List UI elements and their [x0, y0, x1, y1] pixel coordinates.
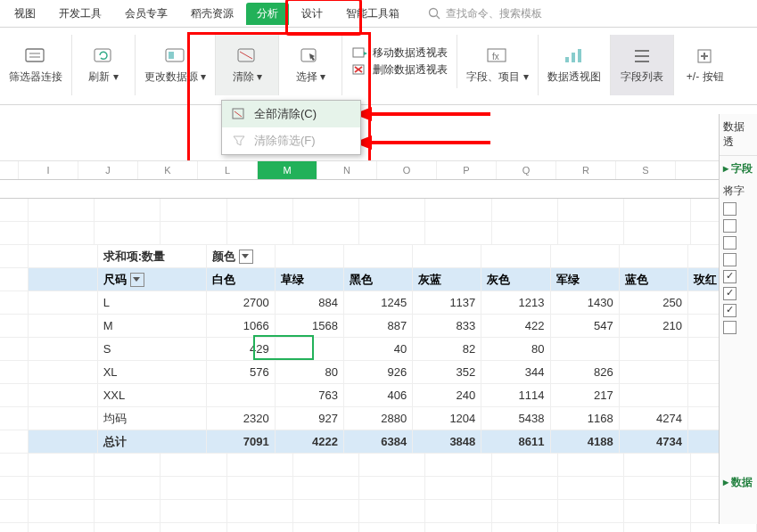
cell[interactable] — [359, 454, 425, 477]
pivot-chart-button[interactable]: 数据透视图 — [539, 35, 611, 95]
cell[interactable] — [160, 199, 226, 222]
cell[interactable] — [293, 222, 359, 245]
cell[interactable]: 926 — [344, 361, 413, 384]
cell[interactable] — [29, 430, 97, 454]
cell[interactable] — [160, 222, 226, 245]
field-checkbox[interactable] — [723, 202, 736, 216]
cell[interactable] — [29, 338, 97, 361]
cell[interactable] — [492, 454, 558, 477]
cell[interactable]: 429 — [207, 338, 276, 361]
cell[interactable]: 576 — [207, 361, 276, 384]
cell[interactable] — [293, 454, 359, 477]
col-N[interactable]: N — [317, 161, 377, 179]
col-M[interactable]: M — [258, 161, 317, 179]
cell[interactable] — [624, 500, 690, 523]
cell[interactable] — [359, 477, 425, 500]
cell[interactable] — [95, 454, 160, 477]
cell[interactable] — [29, 500, 95, 523]
tab-smart[interactable]: 智能工具箱 — [335, 3, 410, 25]
cell[interactable] — [95, 523, 160, 532]
cell[interactable]: 1114 — [481, 384, 550, 407]
cell[interactable] — [29, 245, 97, 268]
slicer-connect-button[interactable]: 筛选器连接 — [0, 35, 72, 95]
cell[interactable] — [276, 245, 344, 268]
cell[interactable]: 总计 — [98, 430, 207, 454]
pivot-field-pane[interactable]: 数据透 ▸ 字段 将字 ▸ 数据 — [719, 114, 757, 524]
cell[interactable] — [29, 407, 97, 430]
col-S[interactable]: S — [616, 161, 676, 179]
col-K[interactable]: K — [138, 161, 198, 179]
cell[interactable]: 80 — [276, 361, 344, 384]
clear-all-item[interactable]: 全部清除(C) — [222, 101, 360, 127]
cell[interactable] — [207, 384, 276, 407]
field-checkbox[interactable] — [723, 321, 736, 334]
cell[interactable] — [620, 384, 688, 407]
field-checkbox[interactable] — [723, 219, 736, 233]
change-source-button[interactable]: 更改数据源 ▾ — [136, 35, 216, 95]
cell[interactable]: 763 — [276, 384, 344, 407]
field-checkbox[interactable] — [723, 270, 736, 283]
cell[interactable]: 887 — [344, 315, 413, 338]
cell[interactable]: 求和项:数量 — [98, 245, 207, 268]
cell[interactable] — [359, 523, 425, 532]
cell[interactable]: S — [98, 338, 207, 361]
tab-design[interactable]: 设计 — [291, 3, 333, 25]
cell[interactable]: 1245 — [344, 291, 413, 315]
cell[interactable]: 7091 — [207, 430, 276, 454]
cell[interactable]: 蓝色 — [620, 268, 688, 291]
cell[interactable]: 217 — [551, 384, 620, 407]
cell[interactable] — [293, 523, 359, 532]
cell[interactable]: 灰蓝 — [413, 268, 481, 291]
cell[interactable] — [29, 361, 97, 384]
cell[interactable] — [293, 199, 359, 222]
cell[interactable]: 白色 — [207, 268, 276, 291]
clear-button[interactable]: 清除 ▾ — [216, 35, 279, 95]
cell[interactable]: 5438 — [481, 407, 550, 430]
cell[interactable] — [481, 245, 550, 268]
cell[interactable] — [413, 245, 481, 268]
cell[interactable] — [95, 477, 160, 500]
cell[interactable] — [160, 477, 226, 500]
cell[interactable]: 4222 — [276, 430, 344, 454]
cell[interactable] — [227, 477, 293, 500]
cell[interactable] — [227, 523, 293, 532]
cell[interactable]: 2700 — [207, 291, 276, 315]
cell[interactable] — [425, 477, 491, 500]
cell[interactable]: 406 — [344, 384, 413, 407]
cell[interactable]: 250 — [620, 291, 688, 315]
cell[interactable]: 352 — [413, 361, 481, 384]
cell[interactable] — [492, 500, 558, 523]
cell[interactable] — [160, 500, 226, 523]
cell[interactable] — [29, 291, 97, 315]
cell[interactable] — [95, 222, 160, 245]
col-L[interactable]: L — [198, 161, 258, 179]
cell[interactable]: 884 — [276, 291, 344, 315]
cell[interactable]: 8611 — [481, 430, 550, 454]
cell[interactable] — [227, 199, 293, 222]
cell[interactable]: 颜色 — [207, 245, 276, 268]
field-checkbox[interactable] — [723, 253, 736, 266]
cell[interactable]: 灰色 — [481, 268, 550, 291]
cell[interactable] — [29, 477, 95, 500]
cell[interactable]: 1137 — [413, 291, 481, 315]
cell[interactable] — [558, 199, 624, 222]
move-pivot-button[interactable]: 移动数据透视表 — [351, 45, 448, 61]
select-button[interactable]: 选择 ▾ — [279, 35, 342, 95]
cell[interactable]: 1204 — [413, 407, 481, 430]
col-J[interactable]: J — [78, 161, 138, 179]
cell[interactable] — [359, 199, 425, 222]
cell[interactable] — [425, 199, 491, 222]
cell[interactable]: 尺码 — [98, 268, 207, 291]
field-list-button[interactable]: 字段列表 — [611, 35, 674, 95]
cell[interactable] — [29, 523, 95, 532]
cell[interactable] — [425, 222, 491, 245]
cell[interactable]: XXL — [98, 384, 207, 407]
cell[interactable] — [29, 384, 97, 407]
field-checkbox[interactable] — [723, 304, 736, 317]
cell[interactable] — [293, 500, 359, 523]
delete-pivot-button[interactable]: 删除数据透视表 — [351, 62, 448, 78]
cell[interactable] — [359, 222, 425, 245]
cell[interactable]: 82 — [413, 338, 481, 361]
col-R[interactable]: R — [556, 161, 616, 179]
col-Q[interactable]: Q — [497, 161, 556, 179]
